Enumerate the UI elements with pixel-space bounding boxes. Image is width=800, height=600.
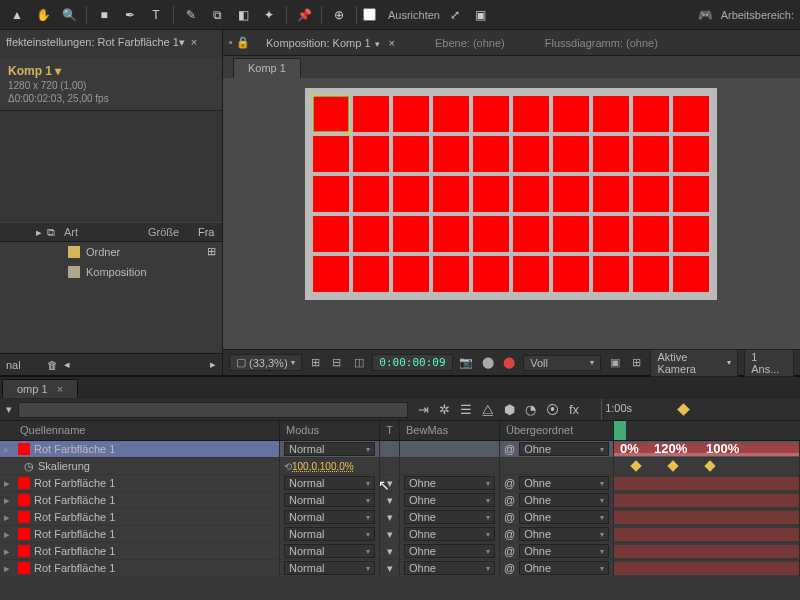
layer-square[interactable]	[353, 176, 389, 212]
scroll-right-icon[interactable]: ▸	[210, 358, 216, 371]
layer-square[interactable]	[553, 256, 589, 292]
trackmatte-cell[interactable]: ▾	[380, 475, 400, 491]
trackmatte-cell[interactable]: ▾	[380, 543, 400, 559]
parent-dropdown[interactable]: Ohne▾	[519, 476, 609, 490]
timeline-tab[interactable]: omp 1 ×	[2, 379, 78, 398]
pickwhip-icon[interactable]: @	[504, 528, 515, 540]
pickwhip-icon[interactable]: @	[504, 443, 515, 455]
keyframe-icon[interactable]	[704, 460, 715, 471]
blend-mode-dropdown[interactable]: Normal▾	[284, 476, 375, 490]
layer-square[interactable]	[433, 136, 469, 172]
parent-dropdown[interactable]: Ohne▾	[519, 510, 609, 524]
blend-mode-dropdown[interactable]: Normal▾	[284, 510, 375, 524]
layer-square[interactable]	[593, 256, 629, 292]
layer-square[interactable]	[633, 176, 669, 212]
close-icon[interactable]: ×	[57, 383, 63, 395]
layer-square[interactable]	[553, 176, 589, 212]
trackmatte-cell[interactable]: ▾	[380, 560, 400, 576]
layer-square[interactable]	[633, 96, 669, 132]
layer-square[interactable]	[473, 176, 509, 212]
controller-icon[interactable]: 🎮	[695, 4, 717, 26]
layer-bar[interactable]	[614, 528, 799, 541]
parent-dropdown[interactable]: Ohne▾	[519, 561, 609, 575]
project-item-folder[interactable]: Ordner ⊞	[0, 242, 222, 262]
tab-layer[interactable]: Ebene: (ohne)	[435, 37, 505, 49]
layer-square[interactable]	[633, 216, 669, 252]
3d-icon[interactable]: ⊞	[629, 355, 645, 371]
brush-tool[interactable]: ✎	[180, 4, 202, 26]
layer-square[interactable]	[513, 136, 549, 172]
layer-row[interactable]: ▸Rot Farbfläche 1Normal▾▾Ohne▾@Ohne▾	[0, 543, 800, 560]
layer-square[interactable]	[393, 176, 429, 212]
layer-square[interactable]	[633, 256, 669, 292]
layer-square[interactable]	[673, 96, 709, 132]
header-mode[interactable]: Modus	[280, 421, 380, 440]
pickwhip-icon[interactable]: @	[504, 545, 515, 557]
draft3d-icon[interactable]: ✲	[439, 402, 450, 418]
trackmatte-dropdown[interactable]: Ohne▾	[404, 493, 495, 507]
stopwatch-icon[interactable]: ◷	[24, 460, 34, 473]
trackmatte-cell[interactable]: ▾	[380, 509, 400, 525]
tab-flowchart[interactable]: Flussdiagramm: (ohne)	[545, 37, 658, 49]
blend-mode-dropdown[interactable]: Normal▾	[284, 527, 375, 541]
layer-square[interactable]	[553, 216, 589, 252]
layer-track[interactable]	[614, 458, 800, 474]
shy-icon[interactable]: ⇥	[418, 402, 429, 418]
layer-square[interactable]	[353, 216, 389, 252]
views-dropdown[interactable]: 1 Ans...	[744, 349, 794, 377]
trash-icon[interactable]: 🗑	[47, 359, 58, 371]
project-list[interactable]: Ordner ⊞ Komposition	[0, 242, 222, 353]
layer-bar[interactable]	[614, 562, 799, 575]
workspace-label[interactable]: Arbeitsbereich:	[721, 9, 794, 21]
layer-square[interactable]	[433, 176, 469, 212]
header-parent[interactable]: Übergeordnet	[500, 421, 614, 440]
layer-square[interactable]	[553, 96, 589, 132]
lock-icon[interactable]: ▪ 🔒	[229, 36, 250, 49]
flowchart-icon[interactable]: ⊞	[207, 245, 216, 258]
layer-square[interactable]	[313, 216, 349, 252]
keyframe-icon[interactable]	[630, 460, 641, 471]
trackmatte-dropdown[interactable]: Ohne▾	[404, 544, 495, 558]
blend-mode-dropdown[interactable]: Normal▾	[284, 442, 375, 456]
col-fr[interactable]: Fra	[198, 226, 222, 238]
layer-square[interactable]	[433, 96, 469, 132]
selection-tool[interactable]: ▲	[6, 4, 28, 26]
layer-bar[interactable]	[614, 494, 799, 507]
layer-square[interactable]	[433, 216, 469, 252]
work-area-start[interactable]	[614, 421, 626, 440]
layer-track[interactable]: 0%120%100%	[614, 441, 800, 457]
parent-dropdown[interactable]: Ohne▾	[519, 544, 609, 558]
layer-square[interactable]	[393, 216, 429, 252]
layer-row[interactable]: ▸Rot Farbfläche 1Normal▾▾Ohne▾@Ohne▾	[0, 560, 800, 577]
layer-square[interactable]	[593, 96, 629, 132]
trackmatte-dropdown[interactable]: Ohne▾	[404, 476, 495, 490]
layer-square[interactable]	[473, 136, 509, 172]
align-checkbox[interactable]	[363, 8, 376, 21]
layer-square[interactable]	[633, 136, 669, 172]
project-item-comp[interactable]: Komposition	[0, 262, 222, 282]
visibility-icon[interactable]: ▸	[4, 545, 14, 558]
layer-square[interactable]	[313, 176, 349, 212]
effect-controls-tab[interactable]: ffekteinstellungen: Rot Farbfläche 1 ▾ ×	[0, 30, 222, 58]
layer-square[interactable]	[513, 256, 549, 292]
pickwhip-icon[interactable]: @	[504, 562, 515, 574]
link-icon[interactable]: ⟲	[284, 461, 292, 472]
parent-dropdown[interactable]: Ohne▾	[519, 527, 609, 541]
snap-icon[interactable]: ⤢	[444, 4, 466, 26]
layer-row[interactable]: ▸Rot Farbfläche 1Normal▾▾Ohne▾@Ohne▾	[0, 475, 800, 492]
blend-mode-dropdown[interactable]: Normal▾	[284, 544, 375, 558]
layer-track[interactable]	[614, 492, 800, 508]
tag-icon[interactable]: ⧉	[47, 226, 55, 239]
hand-tool[interactable]: ✋	[32, 4, 54, 26]
layer-square[interactable]	[673, 216, 709, 252]
brain-icon[interactable]: ⬢	[504, 402, 515, 418]
snap-bounds-icon[interactable]: ▣	[470, 4, 492, 26]
layer-track[interactable]	[614, 475, 800, 491]
graph-icon[interactable]: ◔	[525, 402, 536, 418]
layer-square[interactable]	[393, 256, 429, 292]
visibility-icon[interactable]: ▸	[4, 511, 14, 524]
blend-mode-dropdown[interactable]: Normal▾	[284, 493, 375, 507]
close-icon[interactable]: ×	[191, 36, 197, 48]
visibility-icon[interactable]: ▸	[4, 562, 14, 575]
layer-square[interactable]	[313, 256, 349, 292]
